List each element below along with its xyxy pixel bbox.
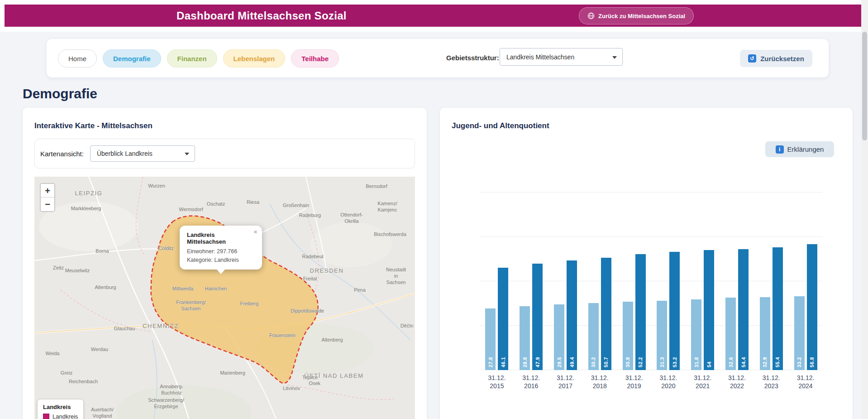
map-view-select[interactable]: Überblick Landkreis [90, 145, 195, 162]
x-tick-label: 31.12. 2023 [763, 374, 780, 390]
scrollbar-track[interactable] [861, 0, 868, 419]
explanations-button-label: Erklärungen [787, 145, 824, 153]
map-card-title: Interaktive Karte - Mittelsachsen [34, 121, 153, 130]
x-tick-label: 31.12. 2022 [728, 374, 746, 390]
nav-bar: HomeDemografieFinanzenLebenslagenTeilhab… [47, 39, 829, 77]
tab-home[interactable]: Home [58, 49, 97, 67]
map-card: Interaktive Karte - Mittelsachsen Karten… [23, 108, 427, 419]
map-view-selected-value: Überblick Landkreis [97, 150, 153, 157]
map-view-label: Kartenansicht: [40, 150, 84, 158]
gridline [480, 236, 823, 237]
map-zoom-control: + − [40, 183, 55, 212]
bar-altenquotient[interactable]: 50.7 [601, 258, 611, 370]
bar-altenquotient[interactable]: 56.8 [807, 244, 817, 370]
bar-value-label: 50.7 [603, 357, 609, 367]
bar-value-label: 53.2 [672, 357, 677, 367]
page-title: Demografie [23, 86, 97, 101]
bar-altenquotient[interactable]: 54.4 [738, 249, 749, 370]
gebietsstruktur-select[interactable]: Landkreis Mittelsachsen [500, 48, 623, 66]
map-popup: × Landkreis Mittelsachsen Einwohner: 297… [180, 226, 262, 270]
bar-value-label: 56.8 [809, 357, 815, 367]
bar-value-label: 46.1 [501, 357, 506, 367]
bar-altenquotient[interactable]: 54 [704, 250, 714, 370]
map-canvas[interactable]: + − × Landkreis Mittelsachsen Einwohner:… [34, 177, 415, 419]
legend-item-label: Landkreis [52, 413, 78, 419]
zoom-in-button[interactable]: + [41, 184, 54, 197]
scrollbar-thumb[interactable] [862, 32, 867, 140]
tab-finanzen[interactable]: Finanzen [167, 49, 217, 67]
bar-jugendquotient[interactable]: 32.9 [760, 297, 770, 370]
reset-button-label: Zurücksetzen [760, 55, 804, 63]
bar-value-label: 55.4 [775, 357, 780, 367]
bar-value-label: 47.9 [535, 357, 540, 367]
back-to-portal-button[interactable]: Zurück zu Mittelsachsen Sozial [579, 7, 694, 24]
bar-value-label: 54.4 [741, 357, 746, 367]
x-tick-label: 31.12. 2024 [797, 374, 815, 390]
bar-jugendquotient[interactable]: 30.8 [623, 302, 633, 370]
bar-value-label: 31.3 [659, 357, 665, 367]
bar-jugendquotient[interactable]: 32.6 [725, 298, 736, 370]
popup-title: Landkreis Mittelsachsen [187, 231, 255, 245]
explanations-button[interactable]: i Erklärungen [765, 141, 834, 157]
bar-altenquotient[interactable]: 52.2 [635, 254, 646, 370]
gebietsstruktur-selected-value: Landkreis Mittelsachsen [506, 53, 574, 61]
chevron-down-icon [612, 56, 617, 59]
bar-altenquotient[interactable]: 46.1 [498, 268, 508, 370]
legend-row: Landkreis [43, 413, 78, 419]
map-legend: Landkreis Landkreis [38, 400, 83, 419]
bar-altenquotient[interactable]: 53.2 [669, 252, 680, 370]
app-title: Dashboard Mittelsachsen Sozial [176, 10, 347, 22]
chevron-down-icon [185, 153, 189, 155]
x-tick-label: 31.12. 2020 [659, 374, 677, 390]
bar-altenquotient[interactable]: 49.4 [567, 260, 577, 370]
bar-jugendquotient[interactable]: 30.2 [588, 303, 599, 370]
bar-jugendquotient[interactable]: 31.8 [691, 299, 701, 370]
back-button-label: Zurück zu Mittelsachsen Sozial [598, 13, 685, 19]
tab-demografie[interactable]: Demografie [103, 49, 161, 67]
map-view-control: Kartenansicht: Überblick Landkreis [34, 139, 415, 169]
bar-value-label: 32.9 [762, 357, 768, 367]
bar-altenquotient[interactable]: 47.9 [532, 264, 543, 370]
gebietsstruktur-label: Gebietsstruktur: [446, 54, 499, 62]
x-tick-label: 31.12. 2021 [694, 374, 711, 390]
bar-value-label: 28.8 [522, 357, 528, 367]
reset-button[interactable]: ↺ Zurücksetzen [740, 50, 812, 67]
bar-value-label: 54 [706, 361, 712, 367]
tab-lebenslagen[interactable]: Lebenslagen [223, 49, 286, 67]
bar-jugendquotient[interactable]: 33.2 [794, 296, 805, 370]
bar-value-label: 30.8 [625, 357, 630, 367]
globe-icon [587, 12, 595, 19]
zoom-out-button[interactable]: − [41, 197, 54, 211]
x-tick-label: 31.12. 2017 [557, 374, 574, 390]
bar-value-label: 33.2 [796, 357, 802, 367]
legend-title: Landkreis [43, 404, 78, 410]
bar-jugendquotient[interactable]: 29.5 [554, 304, 564, 370]
popup-close-button[interactable]: × [253, 228, 258, 236]
x-tick-label: 31.12. 2018 [591, 374, 609, 390]
bar-altenquotient[interactable]: 55.4 [773, 247, 783, 370]
bar-jugendquotient[interactable]: 31.3 [657, 301, 667, 370]
bar-value-label: 52.2 [638, 357, 643, 367]
x-tick-label: 31.12. 2016 [522, 374, 540, 390]
popup-einwohner: Einwohner: 297.766 [187, 247, 255, 256]
gridline [480, 370, 823, 370]
x-tick-label: 31.12. 2015 [488, 374, 506, 390]
reset-icon: ↺ [748, 54, 756, 63]
popup-kategorie: Kategorie: Landkreis [187, 256, 255, 265]
legend-color-swatch [43, 414, 49, 419]
gridline [480, 281, 823, 281]
tab-teilhabe[interactable]: Teilhabe [291, 49, 339, 67]
bar-value-label: 29.5 [557, 357, 562, 367]
gridline [480, 325, 823, 326]
bar-value-label: 30.2 [591, 357, 596, 367]
bar-value-label: 32.6 [728, 357, 734, 367]
bar-jugendquotient[interactable]: 28.8 [520, 306, 530, 370]
chart-card: Jugend- und Altenquotient i Erklärungen … [440, 108, 853, 419]
bar-value-label: 49.4 [569, 357, 575, 367]
gridline [480, 192, 823, 193]
bar-value-label: 31.8 [694, 357, 699, 367]
bar-jugendquotient[interactable]: 27.8 [485, 308, 496, 370]
nav-tabs: HomeDemografieFinanzenLebenslagenTeilhab… [58, 49, 339, 67]
bar-value-label: 27.8 [488, 357, 493, 367]
chart-card-title: Jugend- und Altenquotient [452, 121, 549, 130]
